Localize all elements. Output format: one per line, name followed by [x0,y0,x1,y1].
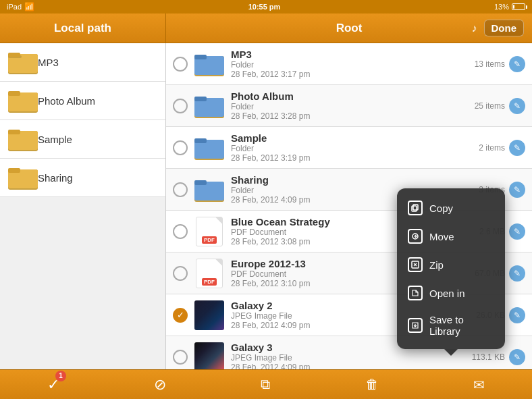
sidebar-mp3-label: MP3 [38,57,59,68]
trash-button[interactable]: 🗑 [365,377,379,392]
file-meta-sample: 2 items [479,143,505,153]
svg-rect-24 [194,180,207,185]
wifi-icon: 📶 [24,2,34,11]
battery-pct: 13% [494,3,509,11]
mail-icon: ✉ [473,377,485,393]
svg-rect-25 [412,206,417,211]
file-meta-mp3: 13 items [475,59,505,69]
no-entry-button[interactable]: ⊘ [154,376,166,394]
menu-item-copy[interactable]: Copy [397,194,505,222]
file-info-sample: Sample Folder 28 Feb, 2012 3:19 pm [231,132,473,163]
menu-item-zip[interactable]: Zip [397,250,505,279]
sidebar-item-photoalbum[interactable]: Photo Album [0,82,165,120]
checkmark-button[interactable]: ✓ 1 [47,376,59,394]
svg-rect-6 [8,91,20,96]
file-name: Sharing [231,174,473,186]
header: Local path Root ♪ Done [0,14,532,43]
header-actions: ♪ Done [472,20,525,36]
music-icon: ♪ [472,22,477,34]
edit-button[interactable] [509,98,525,114]
mail-button[interactable]: ✉ [473,377,485,393]
sidebar-item-mp3[interactable]: MP3 [0,43,165,82]
table-row[interactable]: Sample Folder 28 Feb, 2012 3:19 pm 2 ite… [166,127,532,169]
file-size: 13 items [475,59,505,69]
context-menu: Copy Move Zip [397,188,505,349]
svg-rect-3 [8,53,20,57]
sidebar-item-sharing[interactable]: Sharing [0,159,165,197]
sidebar: MP3 Photo Album Sample [0,43,166,369]
menu-item-move[interactable]: Move [397,222,505,250]
sidebar-item-sample[interactable]: Sample [0,120,165,159]
edit-button[interactable] [509,349,525,365]
file-size: 2 items [479,143,505,153]
radio-mp3[interactable] [173,57,188,72]
file-size: 113.1 KB [472,352,505,362]
header-right-panel: Root ♪ Done [166,22,532,35]
file-list: MP3 Folder 28 Feb, 2012 3:17 pm 13 items… [166,43,532,369]
file-meta-galaxy3: 113.1 KB [472,352,505,362]
table-row[interactable]: Photo Album Folder 28 Feb, 2012 3:28 pm … [166,85,532,127]
edit-button[interactable] [509,223,525,240]
battery-icon [512,3,525,10]
menu-item-open-in[interactable]: Open in [397,279,505,307]
file-type: JPEG Image File [231,353,467,363]
done-button[interactable]: Done [484,20,525,36]
folder-icon [8,127,38,151]
file-thumb-photoalbum [194,91,224,121]
radio-galaxy3[interactable] [173,350,188,365]
file-date: 28 Feb, 2012 4:09 pm [231,363,467,369]
radio-europe[interactable] [173,266,188,281]
file-thumb-europe: PDF [194,259,224,288]
file-name: MP3 [231,49,469,60]
menu-item-save-library[interactable]: Save to Library [397,307,505,344]
main-layout: MP3 Photo Album Sample [0,43,532,369]
radio-photoalbum[interactable] [173,99,188,113]
svg-rect-18 [194,97,207,101]
sidebar-photoalbum-label: Photo Album [38,95,95,107]
file-info-mp3: MP3 Folder 28 Feb, 2012 3:17 pm [231,49,469,79]
edit-button[interactable] [509,307,525,323]
sidebar-sample-label: Sample [38,134,72,145]
monitor-button[interactable]: ⧉ [261,377,270,392]
root-title: Root [336,22,363,35]
folder-icon [8,165,38,190]
file-thumb-blue-ocean: PDF [194,217,224,246]
edit-button[interactable] [509,140,525,156]
folder-icon [8,50,38,74]
save-library-label: Save to Library [429,314,494,337]
bottom-toolbar: ✓ 1 ⊘ ⧉ 🗑 ✉ [0,369,532,399]
table-row[interactable]: MP3 Folder 28 Feb, 2012 3:17 pm 13 items [166,43,532,85]
radio-sample[interactable] [173,140,188,155]
file-thumb-galaxy3 [194,342,224,370]
galaxy3-thumbnail [194,342,224,370]
svg-rect-15 [194,55,207,59]
zip-icon [408,257,423,272]
status-left: iPad 📶 [7,2,34,11]
file-thumb-sharing [194,175,224,205]
file-size: 25 items [475,101,505,111]
file-thumb-galaxy2 [194,300,224,330]
svg-rect-26 [413,205,418,210]
file-type: Folder [231,102,469,111]
edit-button[interactable] [509,56,525,72]
time-label: 10:55 pm [248,3,281,11]
no-entry-icon: ⊘ [154,376,166,394]
svg-rect-9 [8,130,20,134]
file-info-photoalbum: Photo Album Folder 28 Feb, 2012 3:28 pm [231,90,469,121]
badge-count: 1 [55,371,66,381]
file-name: Photo Album [231,90,469,102]
radio-galaxy2[interactable] [173,308,188,323]
file-date: 28 Feb, 2012 3:19 pm [231,153,473,163]
edit-button[interactable] [509,182,525,198]
edit-button[interactable] [509,265,525,282]
file-thumb-mp3 [194,49,224,79]
file-date: 28 Feb, 2012 3:28 pm [231,111,469,121]
radio-blue-ocean[interactable] [173,224,188,239]
sidebar-sharing-label: Sharing [38,172,73,184]
file-type: Folder [231,60,469,70]
open-in-label: Open in [429,288,465,299]
radio-sharing[interactable] [173,182,188,197]
trash-icon: 🗑 [365,377,379,392]
file-thumb-sample [194,133,224,163]
svg-rect-21 [194,138,207,143]
